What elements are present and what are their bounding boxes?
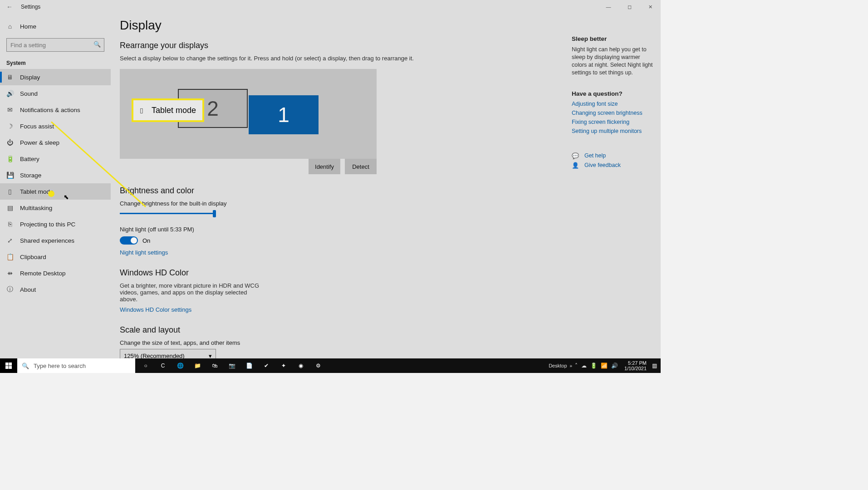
maximize-button[interactable]: ◻: [619, 0, 640, 14]
project-icon: ⎘: [6, 220, 14, 228]
taskbar-search-placeholder: Type here to search: [34, 363, 86, 369]
identify-button[interactable]: Identify: [309, 159, 340, 174]
taskbar-time: 5:27 PM: [624, 360, 647, 366]
help-bubble-icon: 💬: [572, 152, 579, 159]
sidebar-item-label: Notifications & actions: [20, 107, 80, 113]
sidebar-home[interactable]: ⌂ Home: [0, 18, 111, 34]
question-title: Have a question?: [572, 90, 656, 97]
hd-color-title: Windows HD Color: [120, 268, 572, 278]
taskbar-edge[interactable]: 🌐: [172, 358, 189, 373]
tray-wifi-icon[interactable]: 📶: [601, 363, 608, 369]
taskbar-taskview[interactable]: С: [154, 358, 172, 373]
annotation-callout: ▯ Tablet mode: [132, 98, 204, 122]
taskbar-settings[interactable]: ⚙: [309, 358, 327, 373]
titlebar: ← Settings ― ◻ ✕: [0, 0, 661, 14]
cursor-icon: ⬉: [64, 193, 69, 201]
help-link-font-size[interactable]: Adjusting font size: [572, 101, 656, 107]
svg-rect-0: [5, 363, 9, 366]
night-light-settings-link[interactable]: Night light settings: [120, 249, 168, 256]
sidebar-item-label: Shared experiences: [20, 237, 74, 244]
taskbar-cortana[interactable]: ○: [137, 358, 154, 373]
display-icon: 🖥: [6, 74, 14, 81]
night-light-state: On: [142, 237, 150, 244]
sidebar-item-shared-experiences[interactable]: ⤢ Shared experiences: [0, 232, 111, 249]
sidebar-item-label: Power & sleep: [20, 139, 59, 146]
hd-color-desc: Get a brighter, more vibrant picture in …: [120, 282, 265, 303]
sidebar-item-label: Projecting to this PC: [20, 221, 75, 228]
tray-onedrive-icon[interactable]: ☁: [581, 363, 587, 369]
taskbar-store[interactable]: 🛍: [206, 358, 223, 373]
sidebar-item-label: Remote Desktop: [20, 270, 66, 277]
sidebar-item-about[interactable]: ⓘ About: [0, 281, 111, 298]
taskbar-app2[interactable]: 📄: [240, 358, 258, 373]
brightness-slider[interactable]: [120, 209, 216, 218]
sidebar-item-label: Battery: [20, 156, 39, 162]
notifications-icon: ✉: [6, 106, 14, 113]
sidebar-item-storage[interactable]: 💾 Storage: [0, 167, 111, 183]
focus-icon: ☽: [6, 122, 14, 130]
taskbar-desktop-label[interactable]: Desktop: [549, 363, 567, 368]
tray-battery-icon[interactable]: 🔋: [590, 363, 597, 369]
windows-logo-icon: [5, 363, 12, 369]
display-number-2: 2: [207, 96, 219, 121]
tray-chevron-icon[interactable]: »: [570, 363, 573, 368]
close-button[interactable]: ✕: [640, 0, 661, 14]
help-link-monitors[interactable]: Setting up multiple monitors: [572, 128, 656, 134]
annotation-label: Tablet mode: [152, 106, 196, 115]
tray-action-center-icon[interactable]: ▥: [652, 363, 657, 369]
scale-label: Change the size of text, apps, and other…: [120, 339, 572, 346]
sidebar-item-sound[interactable]: 🔊 Sound: [0, 85, 111, 102]
sleep-better-title: Sleep better: [572, 35, 656, 42]
start-button[interactable]: [0, 358, 17, 373]
search-icon: 🔍: [93, 41, 101, 48]
minimize-button[interactable]: ―: [598, 0, 619, 14]
get-help-link[interactable]: Get help: [584, 152, 606, 159]
taskbar-clock[interactable]: 5:27 PM 1/10/2021: [624, 360, 647, 371]
hd-color-link[interactable]: Windows HD Color settings: [120, 306, 191, 313]
display-number-1: 1: [278, 103, 289, 127]
help-link-brightness[interactable]: Changing screen brightness: [572, 110, 656, 116]
sidebar-item-projecting[interactable]: ⎘ Projecting to this PC: [0, 216, 111, 232]
sidebar-item-remote-desktop[interactable]: ⇻ Remote Desktop: [0, 265, 111, 281]
sidebar-item-label: Focus assist: [20, 123, 54, 130]
sidebar-item-label: Clipboard: [20, 254, 46, 260]
detect-button[interactable]: Detect: [345, 159, 377, 174]
rearrange-desc: Select a display below to change the set…: [120, 55, 437, 62]
home-icon: ⌂: [6, 23, 14, 30]
search-icon: 🔍: [22, 363, 29, 369]
sidebar-item-clipboard[interactable]: 📋 Clipboard: [0, 249, 111, 265]
tray-volume-icon[interactable]: 🔊: [611, 363, 618, 369]
sidebar-item-display[interactable]: 🖥 Display: [0, 69, 111, 85]
taskbar-app3[interactable]: ✔: [258, 358, 275, 373]
night-light-toggle[interactable]: [120, 236, 138, 245]
give-feedback-link[interactable]: Give feedback: [584, 162, 621, 168]
taskbar-app1[interactable]: 📷: [223, 358, 240, 373]
scale-title: Scale and layout: [120, 325, 572, 335]
taskbar: 🔍 Type here to search ○ С 🌐 📁 🛍 📷 📄 ✔ ✦ …: [0, 358, 661, 373]
tablet-icon: ▯: [138, 107, 145, 114]
back-button[interactable]: ←: [3, 3, 16, 10]
search-input[interactable]: [6, 38, 104, 52]
taskbar-search[interactable]: 🔍 Type here to search: [17, 358, 135, 373]
sidebar-item-power-sleep[interactable]: ⏻ Power & sleep: [0, 134, 111, 151]
help-link-flickering[interactable]: Fixing screen flickering: [572, 119, 656, 125]
display-box-1[interactable]: 1: [249, 95, 319, 134]
help-pane: Sleep better Night light can help you ge…: [572, 14, 661, 373]
brightness-title: Brightness and color: [120, 186, 572, 196]
sidebar-item-multitasking[interactable]: ▤ Multitasking: [0, 200, 111, 216]
sidebar-item-tablet-mode[interactable]: ▯ Tablet mode: [0, 183, 111, 200]
brightness-label: Change brightness for the built-in displ…: [120, 200, 572, 207]
taskbar-explorer[interactable]: 📁: [189, 358, 206, 373]
sidebar-item-battery[interactable]: 🔋 Battery: [0, 151, 111, 167]
taskbar-app4[interactable]: ✦: [275, 358, 292, 373]
about-icon: ⓘ: [6, 286, 14, 293]
sidebar-item-label: About: [20, 286, 36, 293]
taskbar-chrome[interactable]: ◉: [292, 358, 309, 373]
sidebar-item-notifications[interactable]: ✉ Notifications & actions: [0, 102, 111, 118]
power-icon: ⏻: [6, 139, 14, 146]
svg-rect-3: [9, 366, 12, 369]
rearrange-title: Rearrange your displays: [120, 41, 572, 50]
sidebar-item-label: Multitasking: [20, 205, 52, 211]
tray-up-icon[interactable]: ˄: [575, 363, 578, 369]
battery-icon: 🔋: [6, 155, 14, 162]
